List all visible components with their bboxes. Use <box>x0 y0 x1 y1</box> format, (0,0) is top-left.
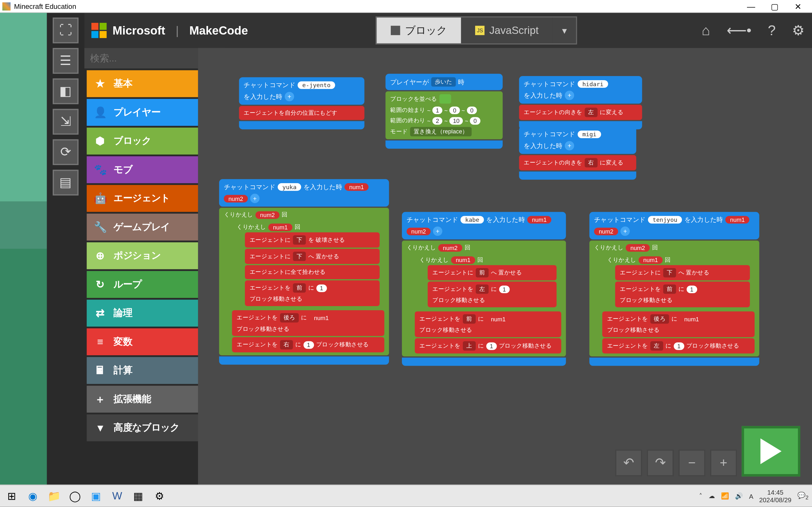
game-preview-strip <box>0 13 47 485</box>
split-view-button[interactable]: ◧ <box>53 78 78 104</box>
block-chat-migi[interactable]: チャットコマンドmigiを入力した時+ エージェントの向きを右に変える <box>519 126 636 180</box>
toolbox-icon: ⇄ <box>94 307 107 320</box>
add-param-icon[interactable]: + <box>285 92 294 101</box>
toolbox-icon: 👤 <box>94 106 107 119</box>
toolbox-icon: ★ <box>94 77 107 90</box>
toolbox-icon: ⊕ <box>94 249 107 262</box>
tray-chevron-icon[interactable]: ˄ <box>699 492 703 500</box>
tab-dropdown[interactable]: ▾ <box>553 17 576 43</box>
blocks-icon <box>391 26 400 35</box>
add-param-icon[interactable]: + <box>250 193 260 203</box>
toolbox-icon: 🤖 <box>94 192 107 205</box>
tab-js-label: JavaScript <box>490 24 539 37</box>
redo-button[interactable]: ↷ <box>647 450 674 476</box>
tab-blocks[interactable]: ブロック <box>377 17 461 43</box>
list-button[interactable]: ▤ <box>53 170 78 195</box>
menu-button[interactable]: ☰ <box>53 48 78 73</box>
refresh-button[interactable]: ⟳ <box>53 139 78 165</box>
taskbar-settings[interactable]: ⚙ <box>151 488 168 504</box>
taskbar-chrome[interactable]: ◯ <box>67 488 84 504</box>
block-chat-kabe[interactable]: チャットコマンドkabeを入力した時num1num2+ くりかえしnum2回 く… <box>402 212 566 366</box>
tray-ime[interactable]: A <box>749 493 753 499</box>
loop-inner-kabe[interactable]: くりかえしnum1回 エージェントに前へ 置かせる エージェントを左に1ブロック… <box>415 253 561 310</box>
search-input[interactable] <box>90 53 207 63</box>
toolbox-label: ポジション <box>113 250 160 262</box>
js-icon: JS <box>475 26 485 35</box>
tray-notifications[interactable]: 💬2 <box>798 492 809 500</box>
block-chat-hidari[interactable]: チャットコマンドhidariを入力した時+ エージェントの向きを左に変える <box>519 76 642 129</box>
microsoft-logo: Microsoft <box>91 23 165 38</box>
toolbox-panel: 🔍 ★基本👤プレイヤー⬢ブロック🐾モブ🤖エージェント🔧ゲームプレイ⊕ポジション↻… <box>84 48 198 485</box>
toolbox-icon: 🐾 <box>94 163 107 176</box>
tray-time: 14:45 <box>759 489 792 496</box>
settings-icon[interactable]: ⚙ <box>792 22 805 39</box>
toolbox-label: 高度なブロック <box>113 422 179 434</box>
toolbox-icon: 🔧 <box>94 221 107 233</box>
block-chat-tenjyou[interactable]: チャットコマンドtenjyouを入力した時num1num2+ くりかえしnum2… <box>589 212 759 366</box>
home-icon[interactable]: ⌂ <box>702 22 710 39</box>
taskbar-edge[interactable]: ◉ <box>25 488 41 504</box>
tray-cloud-icon[interactable]: ☁ <box>709 492 715 500</box>
collapse-button[interactable]: ⇲ <box>53 109 78 135</box>
add-param-icon[interactable]: + <box>620 227 630 236</box>
toolbox-label: 論理 <box>113 307 132 320</box>
brand-microsoft: Microsoft <box>113 24 165 37</box>
toolbox-icon: ⬢ <box>94 135 107 148</box>
editor-mode-tabs: ブロック JSJavaScript ▾ <box>375 16 577 45</box>
block-chat-ejyento[interactable]: チャットコマンドe-jyentoを入力した時+ エージェントを自分の位置にもどす <box>239 77 364 129</box>
toolbox-label: エージェント <box>113 192 170 205</box>
toolbox-label: ループ <box>113 278 142 291</box>
window-title: Minecraft Education <box>14 2 740 10</box>
block-player-walked[interactable]: プレイヤーが歩いた時 ブロックを並べる 範囲の始まり~1~0~0 範囲の終わり~… <box>386 74 502 149</box>
stmt-turn-left[interactable]: エージェントの向きを左に変える <box>519 105 642 120</box>
tray-volume-icon[interactable]: 🔊 <box>735 492 743 500</box>
tray-date: 2024/08/29 <box>759 496 792 503</box>
window-titlebar: Minecraft Education — ▢ ✕ <box>0 0 812 13</box>
tray-wifi-icon[interactable]: 📶 <box>721 492 729 500</box>
loop-outer-kabe[interactable]: くりかえしnum2回 くりかえしnum1回 エージェントに前へ 置かせる エージ… <box>402 240 566 356</box>
maximize-button[interactable]: ▢ <box>763 2 786 11</box>
add-param-icon[interactable]: + <box>565 91 574 100</box>
loop-inner-tenjyou[interactable]: くりかえしnum1回 エージェントに下へ 置かせる エージェントを前に1ブロック… <box>602 253 755 310</box>
minimize-button[interactable]: — <box>740 2 763 11</box>
workspace-controls: ↶ ↷ − + <box>615 426 800 476</box>
brand-makecode: MakeCode <box>189 24 248 37</box>
toolbox-icon: 🖩 <box>94 364 107 377</box>
help-icon[interactable]: ? <box>768 22 776 39</box>
zoom-out-button[interactable]: − <box>678 450 705 476</box>
block-chat-yuka[interactable]: チャットコマンドyukaを入力した時num1num2+ くりかえしnum2回 く… <box>219 179 389 365</box>
loop-outer-tenjyou[interactable]: くりかえしnum2回 くりかえしnum1回 エージェントに下へ 置かせる エージ… <box>589 240 759 356</box>
system-tray: ˄ ☁ 📶 🔊 A 14:45 2024/08/29 💬2 <box>699 489 808 503</box>
taskbar-explorer[interactable]: 📁 <box>46 488 62 504</box>
fullscreen-button[interactable]: ⛶ <box>53 17 78 43</box>
stmt-turn-right[interactable]: エージェントの向きを右に変える <box>519 155 636 170</box>
toolbox-icon: ＋ <box>94 392 107 406</box>
close-button[interactable]: ✕ <box>786 2 810 11</box>
toolbox-label: プレイヤー <box>113 106 160 118</box>
blocks-workspace[interactable]: チャットコマンドe-jyentoを入力した時+ エージェントを自分の位置にもどす… <box>198 48 812 485</box>
run-button[interactable] <box>742 426 800 476</box>
play-icon <box>760 438 781 464</box>
stmt-agent-return[interactable]: エージェントを自分の位置にもどす <box>239 106 364 120</box>
tray-clock[interactable]: 14:45 2024/08/29 <box>759 489 792 503</box>
add-param-icon[interactable]: + <box>565 141 574 151</box>
share-icon[interactable]: ⟵• <box>727 22 751 39</box>
editor-header: Microsoft | MakeCode ブロック JSJavaScript ▾… <box>84 13 812 48</box>
add-param-icon[interactable]: + <box>433 227 443 236</box>
editor-side-toolbar: ⛶ ☰ ◧ ⇲ ⟳ ▤ <box>47 13 84 485</box>
toolbox-icon: ▾ <box>94 421 107 435</box>
start-button[interactable]: ⊞ <box>3 488 20 504</box>
makecode-logo: MakeCode <box>189 24 248 37</box>
stmt-fill[interactable]: ブロックを並べる 範囲の始まり~1~0~0 範囲の終わり~2~10~0 モード置… <box>386 91 502 139</box>
undo-button[interactable]: ↶ <box>615 450 642 476</box>
zoom-in-button[interactable]: + <box>710 450 737 476</box>
microsoft-icon <box>91 23 107 38</box>
tab-javascript[interactable]: JSJavaScript <box>461 17 553 43</box>
loop-inner-yuka[interactable]: くりかえしnum1回 エージェントに下を 破壊させる エージェントに下へ 置かせ… <box>232 220 384 309</box>
toolbox-label: 拡張機能 <box>113 393 151 405</box>
loop-outer-yuka[interactable]: くりかえしnum2回 くりかえしnum1回 エージェントに下を 破壊させる エー… <box>219 208 389 355</box>
taskbar-word[interactable]: W <box>109 488 125 504</box>
toolbox-label: ブロック <box>113 135 151 147</box>
taskbar-minecraft[interactable]: ▦ <box>130 488 147 504</box>
taskbar-photos[interactable]: ▣ <box>88 488 104 504</box>
